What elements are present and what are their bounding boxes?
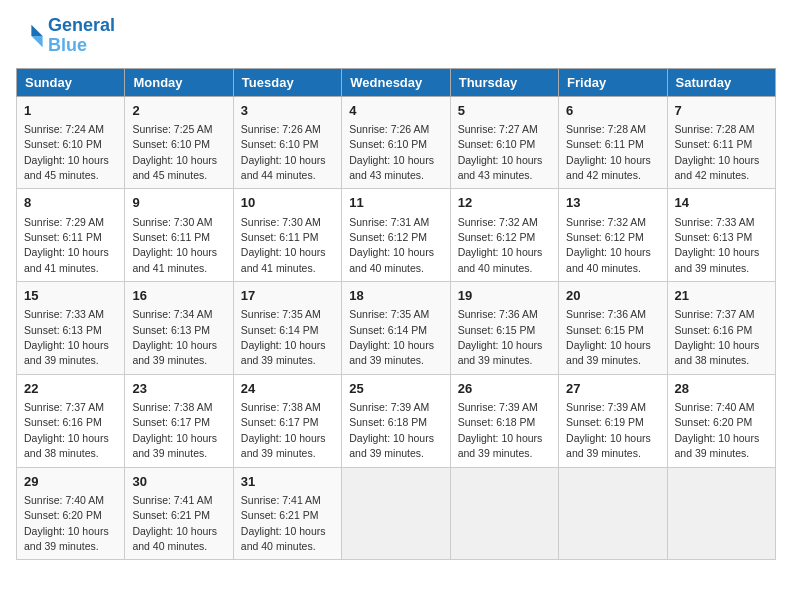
day-info: Sunrise: 7:30 AMSunset: 6:11 PMDaylight:… <box>241 216 326 274</box>
logo: General Blue <box>16 16 115 56</box>
calendar-cell <box>667 467 775 560</box>
calendar-cell: 21 Sunrise: 7:37 AMSunset: 6:16 PMDaylig… <box>667 282 775 375</box>
calendar-week-row: 8 Sunrise: 7:29 AMSunset: 6:11 PMDayligh… <box>17 189 776 282</box>
day-info: Sunrise: 7:32 AMSunset: 6:12 PMDaylight:… <box>458 216 543 274</box>
header: General Blue <box>16 16 776 56</box>
calendar-header-tuesday: Tuesday <box>233 68 341 96</box>
svg-marker-0 <box>31 25 42 36</box>
calendar-cell: 27 Sunrise: 7:39 AMSunset: 6:19 PMDaylig… <box>559 374 667 467</box>
calendar-cell: 16 Sunrise: 7:34 AMSunset: 6:13 PMDaylig… <box>125 282 233 375</box>
calendar-header-row: SundayMondayTuesdayWednesdayThursdayFrid… <box>17 68 776 96</box>
day-info: Sunrise: 7:38 AMSunset: 6:17 PMDaylight:… <box>241 401 326 459</box>
calendar-cell: 14 Sunrise: 7:33 AMSunset: 6:13 PMDaylig… <box>667 189 775 282</box>
day-number: 27 <box>566 380 659 398</box>
day-number: 23 <box>132 380 225 398</box>
day-number: 14 <box>675 194 768 212</box>
day-number: 8 <box>24 194 117 212</box>
day-info: Sunrise: 7:36 AMSunset: 6:15 PMDaylight:… <box>458 308 543 366</box>
day-info: Sunrise: 7:33 AMSunset: 6:13 PMDaylight:… <box>24 308 109 366</box>
day-number: 18 <box>349 287 442 305</box>
calendar-cell: 10 Sunrise: 7:30 AMSunset: 6:11 PMDaylig… <box>233 189 341 282</box>
calendar-cell: 24 Sunrise: 7:38 AMSunset: 6:17 PMDaylig… <box>233 374 341 467</box>
day-info: Sunrise: 7:40 AMSunset: 6:20 PMDaylight:… <box>675 401 760 459</box>
day-number: 28 <box>675 380 768 398</box>
day-number: 4 <box>349 102 442 120</box>
day-number: 3 <box>241 102 334 120</box>
day-info: Sunrise: 7:34 AMSunset: 6:13 PMDaylight:… <box>132 308 217 366</box>
calendar-cell: 29 Sunrise: 7:40 AMSunset: 6:20 PMDaylig… <box>17 467 125 560</box>
calendar-cell: 5 Sunrise: 7:27 AMSunset: 6:10 PMDayligh… <box>450 96 558 189</box>
day-number: 25 <box>349 380 442 398</box>
day-info: Sunrise: 7:26 AMSunset: 6:10 PMDaylight:… <box>349 123 434 181</box>
calendar-cell: 13 Sunrise: 7:32 AMSunset: 6:12 PMDaylig… <box>559 189 667 282</box>
calendar-cell: 26 Sunrise: 7:39 AMSunset: 6:18 PMDaylig… <box>450 374 558 467</box>
day-number: 31 <box>241 473 334 491</box>
day-info: Sunrise: 7:26 AMSunset: 6:10 PMDaylight:… <box>241 123 326 181</box>
day-info: Sunrise: 7:32 AMSunset: 6:12 PMDaylight:… <box>566 216 651 274</box>
day-number: 2 <box>132 102 225 120</box>
calendar-cell <box>450 467 558 560</box>
calendar-cell: 25 Sunrise: 7:39 AMSunset: 6:18 PMDaylig… <box>342 374 450 467</box>
day-info: Sunrise: 7:33 AMSunset: 6:13 PMDaylight:… <box>675 216 760 274</box>
calendar-cell: 7 Sunrise: 7:28 AMSunset: 6:11 PMDayligh… <box>667 96 775 189</box>
calendar-header-sunday: Sunday <box>17 68 125 96</box>
calendar-table: SundayMondayTuesdayWednesdayThursdayFrid… <box>16 68 776 561</box>
day-number: 13 <box>566 194 659 212</box>
calendar-cell: 18 Sunrise: 7:35 AMSunset: 6:14 PMDaylig… <box>342 282 450 375</box>
day-number: 10 <box>241 194 334 212</box>
calendar-header-thursday: Thursday <box>450 68 558 96</box>
calendar-week-row: 15 Sunrise: 7:33 AMSunset: 6:13 PMDaylig… <box>17 282 776 375</box>
calendar-cell: 1 Sunrise: 7:24 AMSunset: 6:10 PMDayligh… <box>17 96 125 189</box>
calendar-week-row: 22 Sunrise: 7:37 AMSunset: 6:16 PMDaylig… <box>17 374 776 467</box>
day-number: 20 <box>566 287 659 305</box>
day-info: Sunrise: 7:25 AMSunset: 6:10 PMDaylight:… <box>132 123 217 181</box>
day-number: 5 <box>458 102 551 120</box>
day-info: Sunrise: 7:35 AMSunset: 6:14 PMDaylight:… <box>241 308 326 366</box>
day-number: 24 <box>241 380 334 398</box>
day-number: 11 <box>349 194 442 212</box>
day-info: Sunrise: 7:38 AMSunset: 6:17 PMDaylight:… <box>132 401 217 459</box>
calendar-cell: 28 Sunrise: 7:40 AMSunset: 6:20 PMDaylig… <box>667 374 775 467</box>
day-info: Sunrise: 7:28 AMSunset: 6:11 PMDaylight:… <box>566 123 651 181</box>
calendar-week-row: 1 Sunrise: 7:24 AMSunset: 6:10 PMDayligh… <box>17 96 776 189</box>
calendar-cell: 23 Sunrise: 7:38 AMSunset: 6:17 PMDaylig… <box>125 374 233 467</box>
day-number: 19 <box>458 287 551 305</box>
day-info: Sunrise: 7:37 AMSunset: 6:16 PMDaylight:… <box>24 401 109 459</box>
day-info: Sunrise: 7:27 AMSunset: 6:10 PMDaylight:… <box>458 123 543 181</box>
svg-marker-1 <box>31 36 42 47</box>
day-info: Sunrise: 7:24 AMSunset: 6:10 PMDaylight:… <box>24 123 109 181</box>
calendar-cell: 4 Sunrise: 7:26 AMSunset: 6:10 PMDayligh… <box>342 96 450 189</box>
calendar-cell: 31 Sunrise: 7:41 AMSunset: 6:21 PMDaylig… <box>233 467 341 560</box>
calendar-cell <box>342 467 450 560</box>
day-info: Sunrise: 7:30 AMSunset: 6:11 PMDaylight:… <box>132 216 217 274</box>
calendar-header-wednesday: Wednesday <box>342 68 450 96</box>
calendar-cell: 6 Sunrise: 7:28 AMSunset: 6:11 PMDayligh… <box>559 96 667 189</box>
calendar-cell: 19 Sunrise: 7:36 AMSunset: 6:15 PMDaylig… <box>450 282 558 375</box>
logo-icon <box>16 22 44 50</box>
day-info: Sunrise: 7:39 AMSunset: 6:18 PMDaylight:… <box>458 401 543 459</box>
day-info: Sunrise: 7:35 AMSunset: 6:14 PMDaylight:… <box>349 308 434 366</box>
calendar-cell: 2 Sunrise: 7:25 AMSunset: 6:10 PMDayligh… <box>125 96 233 189</box>
day-info: Sunrise: 7:41 AMSunset: 6:21 PMDaylight:… <box>241 494 326 552</box>
calendar-cell: 12 Sunrise: 7:32 AMSunset: 6:12 PMDaylig… <box>450 189 558 282</box>
day-number: 30 <box>132 473 225 491</box>
day-info: Sunrise: 7:31 AMSunset: 6:12 PMDaylight:… <box>349 216 434 274</box>
day-number: 6 <box>566 102 659 120</box>
day-info: Sunrise: 7:37 AMSunset: 6:16 PMDaylight:… <box>675 308 760 366</box>
day-info: Sunrise: 7:41 AMSunset: 6:21 PMDaylight:… <box>132 494 217 552</box>
calendar-cell: 20 Sunrise: 7:36 AMSunset: 6:15 PMDaylig… <box>559 282 667 375</box>
day-number: 22 <box>24 380 117 398</box>
calendar-header-friday: Friday <box>559 68 667 96</box>
calendar-cell: 11 Sunrise: 7:31 AMSunset: 6:12 PMDaylig… <box>342 189 450 282</box>
day-number: 17 <box>241 287 334 305</box>
calendar-cell: 30 Sunrise: 7:41 AMSunset: 6:21 PMDaylig… <box>125 467 233 560</box>
calendar-header-saturday: Saturday <box>667 68 775 96</box>
day-info: Sunrise: 7:28 AMSunset: 6:11 PMDaylight:… <box>675 123 760 181</box>
day-info: Sunrise: 7:29 AMSunset: 6:11 PMDaylight:… <box>24 216 109 274</box>
calendar-week-row: 29 Sunrise: 7:40 AMSunset: 6:20 PMDaylig… <box>17 467 776 560</box>
day-number: 15 <box>24 287 117 305</box>
calendar-cell: 15 Sunrise: 7:33 AMSunset: 6:13 PMDaylig… <box>17 282 125 375</box>
day-info: Sunrise: 7:39 AMSunset: 6:19 PMDaylight:… <box>566 401 651 459</box>
day-number: 21 <box>675 287 768 305</box>
calendar-cell <box>559 467 667 560</box>
